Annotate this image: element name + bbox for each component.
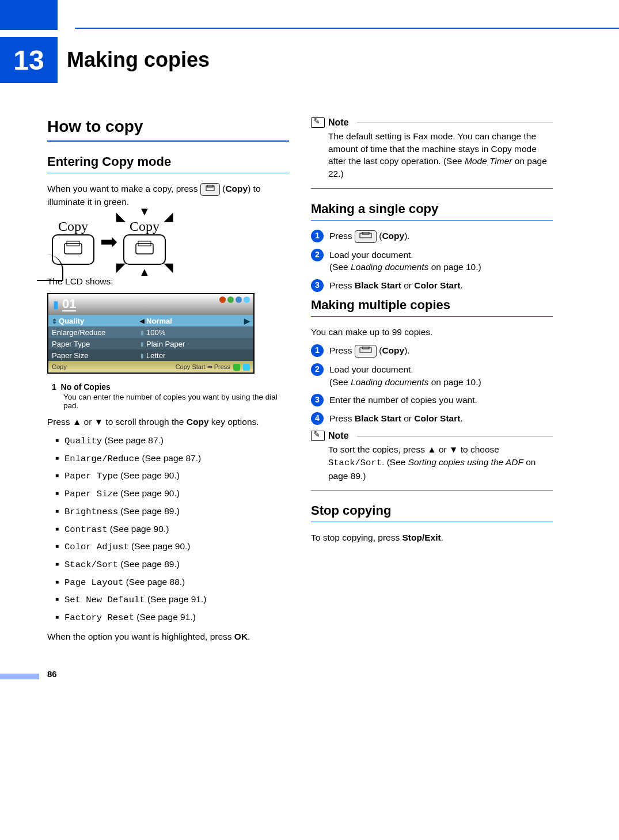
list-item: Stack/Sort (See page 89.) [55,558,289,572]
diagram-label-left: Copy [52,219,94,234]
subsection-stop-copying: Stop copying [311,503,553,522]
press-ok-paragraph: When the option you want is highlighted,… [47,630,289,643]
step-number: 1 [311,344,324,357]
chapter-number: 13 [0,37,58,83]
list-item: Factory Reset (See page 91.) [55,611,289,625]
step-number: 3 [311,394,324,406]
top-accent-bar [0,0,619,30]
lcd-val: Plain Paper [146,340,250,348]
multi-intro: You can make up to 99 copies. [311,326,553,339]
footer-accent [0,674,39,679]
lcd-key: Paper Type [52,340,138,348]
step-number: 3 [311,279,324,292]
status-orbs [219,297,250,303]
chapter-title: Making copies [58,48,210,72]
lcd-intro: The LCD shows: [47,275,289,288]
note-title: Note [328,431,349,441]
lcd-val: Letter [146,351,250,360]
list-item: Page Layout (See page 88.) [55,576,289,590]
step-item: 2 Load your document. (See Loading docum… [311,249,553,273]
lcd-footer: Copy Copy Start ⇒ Press [48,361,253,373]
step-item: 3 Enter the number of copies you want. [311,394,553,406]
scroll-paragraph: Press ▲ or ▼ to scroll through the Copy … [47,416,289,428]
note-body: The default setting is Fax mode. You can… [311,128,553,183]
step-item: 1 Press (Copy). [311,344,553,358]
note-icon [311,117,325,128]
cyan-btn-icon [243,364,250,371]
note-default-mode: Note The default setting is Fax mode. Yo… [311,117,553,189]
lcd-key: Paper Size [52,351,138,360]
copy-key-after [123,234,166,265]
callout-definition: 1 No of Copies You can enter the number … [52,382,289,410]
top-blue-block [0,0,58,30]
step-item: 2 Load your document. (See Loading docum… [311,363,553,388]
note-sort: Note To sort the copies, press ▲ or ▼ to… [311,431,553,491]
step-item: 3 Press Black Start or Color Start. [311,279,553,292]
lcd-header: ▮ 01 [48,294,253,315]
arrow-icon: ➡ [100,230,117,254]
lcd-counter: 01 [62,298,76,311]
page-number: 86 [47,669,57,679]
copy-key-icon [200,183,220,196]
list-item: Paper Size (See page 90.) [55,487,289,501]
list-item: Brightness (See page 89.) [55,505,289,519]
def-number: 1 [52,382,56,392]
step-item: 4 Press Black Start or Color Start. [311,412,553,425]
svg-rect-8 [360,348,371,352]
note-body: To sort the copies, press ▲ or ▼ to choo… [311,441,553,484]
step-number: 4 [311,412,324,425]
list-item: Quality (See page 87.) [55,434,289,448]
top-rule [75,0,619,29]
list-item: Set New Default (See page 91.) [55,593,289,607]
lcd-footer-right: Copy Start ⇒ Press [176,363,230,370]
note-icon [311,431,325,441]
svg-rect-6 [360,233,371,238]
lcd-row-enlarge: Enlarge/Reduce ▮ 100% [48,326,253,338]
step-number: 2 [311,363,324,376]
step-item: 1 Press (Copy). [311,230,553,243]
step-number: 1 [311,230,324,242]
page-footer: 86 [0,669,619,686]
section-how-to-copy: How to copy [47,117,289,142]
subsection-single-copy: Making a single copy [311,202,553,221]
intro-bold: Copy [225,184,248,193]
list-item: Color Adjust (See page 90.) [55,540,289,554]
step-number: 2 [311,249,324,261]
intro-pt1: When you want to make a copy, press [47,184,200,193]
green-btn-icon [233,364,240,371]
doc-icon: ▮ [53,298,59,311]
diagram-label-right: Copy [123,219,166,234]
def-text: You can enter the number of copies you w… [52,393,289,410]
lcd-panel: ▮ 01 Quality ◀ Normal ▶ Enlarge/Reduce ▮… [47,293,255,374]
lcd-row-papersize: Paper Size ▮ Letter [48,349,253,361]
copy-mode-diagram: Copy ➡ ▼▲ ◣◢ ◤◥ Copy [52,219,289,265]
lcd-val: 100% [146,328,250,337]
lcd-row-quality: Quality ◀ Normal ▶ [48,315,253,326]
list-item: Paper Type (See page 90.) [55,469,289,483]
copy-key-icon [355,230,377,243]
top-gap [58,0,75,30]
list-item: Enlarge/Reduce (See page 87.) [55,452,289,466]
subsection-entering-copy-mode: Entering Copy mode [47,154,289,173]
lcd-val: Normal [146,317,244,325]
steps-single-copy: 1 Press (Copy). 2 Load your document. (S… [311,230,553,292]
intro-paragraph: When you want to make a copy, press (Cop… [47,183,289,208]
list-item: Contrast (See page 90.) [55,523,289,537]
left-column: How to copy Entering Copy mode When you … [47,117,289,646]
stop-paragraph: To stop copying, press Stop/Exit. [311,531,553,544]
copy-key-icon [355,345,377,358]
lcd-key: Enlarge/Reduce [52,328,138,337]
copy-options-list: Quality (See page 87.) Enlarge/Reduce (S… [47,434,289,625]
steps-multiple-copies: 1 Press (Copy). 2 Load your document. (S… [311,344,553,425]
chapter-header: 13 Making copies [0,30,619,83]
subsection-multiple-copies: Making multiple copies [311,298,553,317]
note-title: Note [328,117,349,128]
lcd-key: Quality [52,317,138,325]
copy-key-before [52,234,94,265]
def-title: No of Copies [61,382,111,392]
right-column: Note The default setting is Fax mode. Yo… [311,117,553,646]
lcd-footer-left: Copy [52,363,67,370]
lcd-row-papertype: Paper Type ▮ Plain Paper [48,338,253,349]
